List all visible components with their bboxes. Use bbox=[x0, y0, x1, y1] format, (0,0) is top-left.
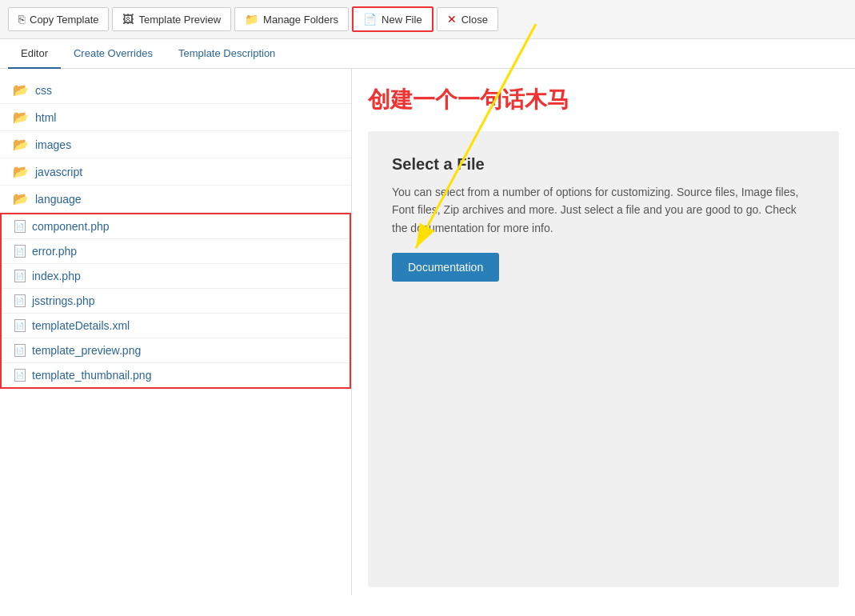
new-file-button[interactable]: 📄 New File bbox=[352, 6, 433, 32]
file-templatedetails-xml[interactable]: 📄 templateDetails.xml bbox=[2, 314, 350, 338]
folder-language[interactable]: 📂 language bbox=[0, 186, 351, 213]
close-label: Close bbox=[461, 14, 488, 26]
folder-javascript[interactable]: 📂 javascript bbox=[0, 158, 351, 186]
toolbar: ⎘ Copy Template 🖼 Template Preview 📁 Man… bbox=[0, 0, 855, 39]
new-file-label: New File bbox=[382, 14, 422, 26]
folder-css[interactable]: 📂 css bbox=[0, 77, 351, 104]
file-component-php[interactable]: 📄 component.php bbox=[2, 214, 350, 239]
tab-create-overrides[interactable]: Create Overrides bbox=[61, 39, 166, 69]
folder-html-icon: 📂 bbox=[13, 110, 29, 125]
file-index-php[interactable]: 📄 index.php bbox=[2, 264, 350, 289]
manage-folders-button[interactable]: 📁 Manage Folders bbox=[234, 7, 349, 31]
copy-template-label: Copy Template bbox=[30, 14, 98, 26]
folder-css-icon: 📂 bbox=[13, 82, 29, 98]
tab-template-description[interactable]: Template Description bbox=[166, 39, 288, 69]
template-preview-label: Template Preview bbox=[138, 14, 221, 26]
file-template-preview-png[interactable]: 📄 template_preview.png bbox=[2, 338, 350, 363]
close-icon: ✕ bbox=[447, 13, 457, 26]
annotation-text: 创建一个一句话木马 bbox=[352, 69, 855, 123]
file-list: 📄 component.php 📄 error.php 📄 index.php … bbox=[0, 213, 351, 389]
template-preview-button[interactable]: 🖼 Template Preview bbox=[112, 7, 231, 31]
file-icon: 📄 bbox=[14, 369, 26, 382]
file-icon: 📄 bbox=[14, 270, 26, 282]
preview-icon: 🖼 bbox=[122, 13, 134, 26]
select-file-card: Select a File You can select from a numb… bbox=[368, 131, 839, 587]
folder-html[interactable]: 📂 html bbox=[0, 104, 351, 131]
file-tree-panel: 📂 css 📂 html 📂 images 📂 javascript 📂 lan… bbox=[0, 69, 352, 595]
new-file-icon: 📄 bbox=[363, 13, 377, 26]
tabs-bar: Editor Create Overrides Template Descrip… bbox=[0, 39, 855, 69]
right-panel: 创建一个一句话木马 Select a File You can select f… bbox=[352, 69, 855, 595]
copy-icon: ⎘ bbox=[18, 13, 25, 26]
folder-javascript-icon: 📂 bbox=[13, 164, 29, 179]
file-icon: 📄 bbox=[14, 319, 26, 332]
tab-editor[interactable]: Editor bbox=[8, 39, 61, 69]
file-icon: 📄 bbox=[14, 344, 26, 357]
file-error-php[interactable]: 📄 error.php bbox=[2, 239, 350, 264]
file-jsstrings-php[interactable]: 📄 jsstrings.php bbox=[2, 289, 350, 314]
file-icon: 📄 bbox=[14, 245, 26, 258]
folder-images-icon: 📂 bbox=[13, 137, 29, 152]
file-template-thumbnail-png[interactable]: 📄 template_thumbnail.png bbox=[2, 363, 350, 387]
main-content: 📂 css 📂 html 📂 images 📂 javascript 📂 lan… bbox=[0, 69, 855, 595]
file-icon: 📄 bbox=[14, 220, 26, 233]
select-file-title: Select a File bbox=[392, 155, 815, 174]
close-button[interactable]: ✕ Close bbox=[437, 7, 498, 31]
copy-template-button[interactable]: ⎘ Copy Template bbox=[8, 7, 109, 31]
folder-images[interactable]: 📂 images bbox=[0, 131, 351, 158]
documentation-button[interactable]: Documentation bbox=[392, 253, 499, 282]
folder-icon: 📁 bbox=[245, 13, 258, 26]
folder-language-icon: 📂 bbox=[13, 191, 29, 206]
file-icon: 📄 bbox=[14, 294, 26, 307]
select-file-description: You can select from a number of options … bbox=[392, 183, 815, 237]
manage-folders-label: Manage Folders bbox=[263, 14, 338, 26]
